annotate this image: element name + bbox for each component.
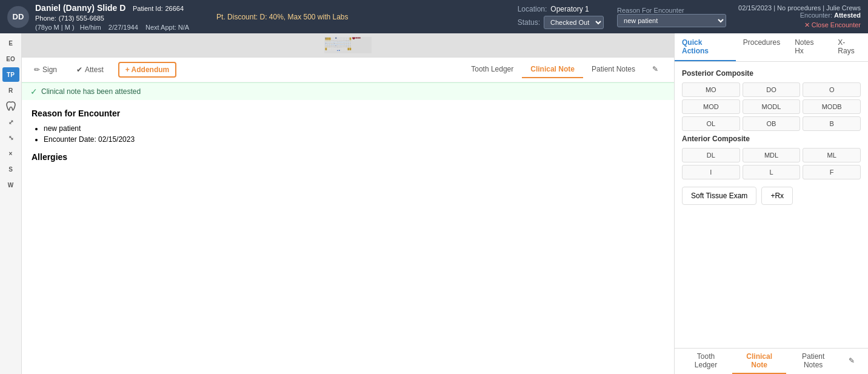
phone: (713) 555-6685 <box>59 15 104 22</box>
posterior-o-btn[interactable]: O <box>803 82 861 97</box>
tooth-chart-svg: 1 2 3 4 5 6 7 8 <box>28 37 668 53</box>
patient-name: Daniel (Danny) Slide D Patient Id: 26664… <box>35 3 204 22</box>
svg-rect-70 <box>327 43 329 44</box>
sidebar-btn-s[interactable]: S <box>2 162 19 176</box>
clinical-note-tab[interactable]: Clinical Note <box>522 61 583 78</box>
bottom-right-tabs: Tooth Ledger Clinical Note Patient Notes… <box>675 348 868 374</box>
patient-info: Daniel (Danny) Slide D Patient Id: 26664… <box>35 3 204 31</box>
soft-tissue-exam-btn[interactable]: Soft Tissue Exam <box>682 187 756 205</box>
svg-rect-186 <box>341 48 342 50</box>
svg-rect-21 <box>340 38 341 40</box>
posterior-ol-btn[interactable]: OL <box>682 116 740 131</box>
svg-rect-97 <box>348 43 349 44</box>
close-encounter-btn[interactable]: ✕ Close Encounter <box>804 21 861 29</box>
posterior-modb-btn[interactable]: MODB <box>803 99 861 114</box>
main-layout: E EO TP R ⤢ ⤡ × S W <box>0 33 868 374</box>
anterior-dl-btn[interactable]: DL <box>682 148 740 162</box>
sidebar-icons: E EO TP R ⤢ ⤡ × S W <box>0 33 22 374</box>
sidebar-btn-tp[interactable]: TP <box>2 67 19 82</box>
svg-rect-158 <box>344 45 346 47</box>
left-area: 1 2 3 4 5 6 7 8 <box>22 33 674 374</box>
svg-rect-184 <box>340 48 341 50</box>
edit-icon-btn[interactable]: ✎ <box>840 349 863 374</box>
sidebar-btn-w[interactable]: W <box>2 178 19 192</box>
tooth-ledger-bottom-tab[interactable]: Tooth Ledger <box>679 349 732 374</box>
sidebar-btn-collapse[interactable]: ⤡ <box>2 130 19 145</box>
reason-for-encounter-label: Reason For Encounter <box>617 7 726 14</box>
svg-rect-176 <box>334 48 335 50</box>
attest-icon: ✔ <box>76 65 82 74</box>
posterior-composite-grid: MO DO O MOD MODL MODB OL OB B <box>682 82 861 131</box>
sidebar-btn-expand[interactable]: ⤢ <box>2 115 19 129</box>
svg-rect-76 <box>333 43 334 44</box>
attest-message: Clinical note has been attested <box>41 87 141 96</box>
right-panel-tabs: Quick Actions Procedures Notes Hx X-Rays <box>675 33 868 62</box>
svg-rect-9 <box>331 38 332 39</box>
svg-rect-205 <box>337 50 338 51</box>
sign-button[interactable]: ✏ Sign <box>29 63 62 76</box>
clinical-note-bottom-tab[interactable]: Clinical Note <box>732 349 786 374</box>
posterior-modl-btn[interactable]: MODL <box>743 99 801 114</box>
encounter-status-line: Encounter: Attested <box>800 12 861 19</box>
anterior-mdl-btn[interactable]: MDL <box>743 148 801 162</box>
anterior-composite-grid: DL MDL ML I L F <box>682 148 861 179</box>
quick-actions-tab[interactable]: Quick Actions <box>675 33 736 61</box>
allergies-title: Allergies <box>32 152 664 162</box>
svg-rect-13 <box>334 38 335 40</box>
svg-rect-202 <box>356 37 357 38</box>
svg-rect-162 <box>348 45 349 47</box>
anterior-ml-btn[interactable]: ML <box>803 148 861 162</box>
sidebar-btn-close[interactable]: × <box>2 146 19 161</box>
svg-rect-170 <box>329 48 330 50</box>
sidebar-btn-e[interactable]: E <box>2 36 19 50</box>
posterior-mod-btn[interactable]: MOD <box>682 99 740 114</box>
sidebar-btn-eo[interactable]: EO <box>2 52 19 66</box>
check-icon: ✓ <box>30 87 38 96</box>
reason-items-list: new patient Encounter Date: 02/15/2023 <box>44 124 664 144</box>
svg-rect-196 <box>350 48 351 50</box>
svg-rect-135 <box>327 45 329 47</box>
tooth-chart: 1 2 3 4 5 6 7 8 <box>22 33 674 57</box>
svg-point-87 <box>340 43 341 44</box>
attest-button[interactable]: ✔ Attest <box>72 63 109 76</box>
svg-rect-192 <box>346 48 347 50</box>
svg-rect-164 <box>350 45 351 47</box>
tooth-ledger-tab[interactable]: Tooth Ledger <box>462 61 522 78</box>
patient-id: 26664 <box>165 5 184 12</box>
svg-rect-172 <box>331 48 332 50</box>
svg-rect-3 <box>326 38 326 39</box>
x-rays-tab[interactable]: X-Rays <box>830 33 868 61</box>
bottom-toolbar: ✏ Sign ✔ Attest + Addendum Tooth Ledger … <box>22 58 674 82</box>
action-buttons: Soft Tissue Exam +Rx <box>682 187 861 205</box>
chart-with-sidebar: E EO TP R ⤢ ⤡ × S W <box>0 33 674 374</box>
patient-discount: Pt. Discount: D: 40%, Max 500 with Labs <box>216 13 348 21</box>
rx-btn[interactable]: +Rx <box>761 187 793 205</box>
svg-rect-25 <box>342 38 344 39</box>
posterior-do-btn[interactable]: DO <box>743 82 801 97</box>
edit-tab-icon[interactable]: ✎ <box>644 61 667 78</box>
addendum-button[interactable]: + Addendum <box>118 62 177 78</box>
bottom-tabs: Tooth Ledger Clinical Note Patient Notes… <box>462 61 667 78</box>
anterior-i-btn[interactable]: I <box>682 165 740 179</box>
status-select[interactable]: Checked Out Checked In Scheduled <box>544 16 604 29</box>
notes-hx-tab[interactable]: Notes Hx <box>787 33 830 61</box>
posterior-ob-btn[interactable]: OB <box>743 116 801 131</box>
procedures-tab[interactable]: Procedures <box>736 33 787 61</box>
svg-rect-188 <box>342 48 344 50</box>
sidebar-btn-r[interactable]: R <box>2 83 19 98</box>
anterior-l-btn[interactable]: L <box>743 165 801 179</box>
patient-notes-bottom-tab[interactable]: Patient Notes <box>786 349 840 374</box>
sidebar-btn-tooth-icon[interactable] <box>2 99 19 113</box>
sign-icon: ✏ <box>34 65 40 74</box>
anterior-f-btn[interactable]: F <box>803 165 861 179</box>
reason-select[interactable]: new patient <box>617 14 726 27</box>
reason-for-encounter-title: Reason for Encounter <box>32 109 664 118</box>
svg-rect-190 <box>344 48 346 50</box>
svg-rect-33 <box>350 38 351 40</box>
svg-rect-194 <box>348 48 349 50</box>
svg-rect-206 <box>339 50 340 51</box>
right-panel-content: Posterior Composite MO DO O MOD MODL MOD… <box>675 62 868 348</box>
posterior-mo-btn[interactable]: MO <box>682 82 740 97</box>
patient-notes-tab[interactable]: Patient Notes <box>583 61 644 78</box>
posterior-b-btn[interactable]: B <box>803 116 861 131</box>
